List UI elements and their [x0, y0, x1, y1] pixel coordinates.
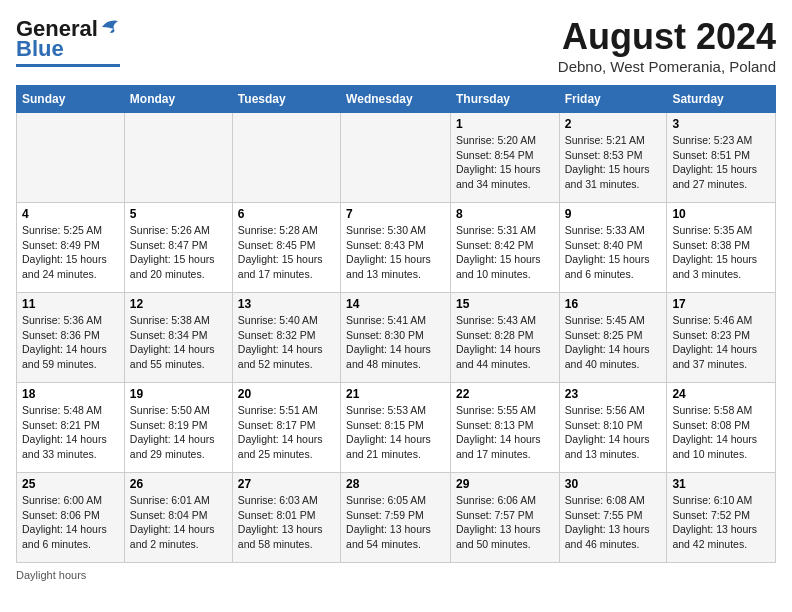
month-title: August 2024 [558, 16, 776, 58]
day-number: 24 [672, 387, 770, 401]
calendar-week-row: 1Sunrise: 5:20 AM Sunset: 8:54 PM Daylig… [17, 113, 776, 203]
day-number: 11 [22, 297, 119, 311]
day-number: 2 [565, 117, 662, 131]
day-info: Sunrise: 5:53 AM Sunset: 8:15 PM Dayligh… [346, 403, 445, 462]
logo-bird-icon [100, 19, 120, 35]
day-info: Sunrise: 5:20 AM Sunset: 8:54 PM Dayligh… [456, 133, 554, 192]
table-row: 12Sunrise: 5:38 AM Sunset: 8:34 PM Dayli… [124, 293, 232, 383]
day-number: 21 [346, 387, 445, 401]
calendar-week-row: 25Sunrise: 6:00 AM Sunset: 8:06 PM Dayli… [17, 473, 776, 563]
table-row: 23Sunrise: 5:56 AM Sunset: 8:10 PM Dayli… [559, 383, 667, 473]
day-info: Sunrise: 6:01 AM Sunset: 8:04 PM Dayligh… [130, 493, 227, 552]
day-info: Sunrise: 6:08 AM Sunset: 7:55 PM Dayligh… [565, 493, 662, 552]
table-row: 16Sunrise: 5:45 AM Sunset: 8:25 PM Dayli… [559, 293, 667, 383]
col-friday: Friday [559, 86, 667, 113]
day-number: 30 [565, 477, 662, 491]
day-info: Sunrise: 5:36 AM Sunset: 8:36 PM Dayligh… [22, 313, 119, 372]
table-row [232, 113, 340, 203]
day-number: 22 [456, 387, 554, 401]
logo-underline [16, 64, 120, 67]
table-row: 4Sunrise: 5:25 AM Sunset: 8:49 PM Daylig… [17, 203, 125, 293]
day-info: Sunrise: 5:48 AM Sunset: 8:21 PM Dayligh… [22, 403, 119, 462]
day-info: Sunrise: 5:50 AM Sunset: 8:19 PM Dayligh… [130, 403, 227, 462]
table-row: 11Sunrise: 5:36 AM Sunset: 8:36 PM Dayli… [17, 293, 125, 383]
calendar-header-row: Sunday Monday Tuesday Wednesday Thursday… [17, 86, 776, 113]
day-number: 3 [672, 117, 770, 131]
footer-note: Daylight hours [16, 569, 776, 581]
table-row: 9Sunrise: 5:33 AM Sunset: 8:40 PM Daylig… [559, 203, 667, 293]
daylight-hours-label: Daylight hours [16, 569, 86, 581]
table-row: 5Sunrise: 5:26 AM Sunset: 8:47 PM Daylig… [124, 203, 232, 293]
col-wednesday: Wednesday [341, 86, 451, 113]
table-row [341, 113, 451, 203]
table-row: 10Sunrise: 5:35 AM Sunset: 8:38 PM Dayli… [667, 203, 776, 293]
day-info: Sunrise: 6:06 AM Sunset: 7:57 PM Dayligh… [456, 493, 554, 552]
day-number: 13 [238, 297, 335, 311]
day-info: Sunrise: 5:38 AM Sunset: 8:34 PM Dayligh… [130, 313, 227, 372]
location-subtitle: Debno, West Pomerania, Poland [558, 58, 776, 75]
day-info: Sunrise: 5:28 AM Sunset: 8:45 PM Dayligh… [238, 223, 335, 282]
day-number: 14 [346, 297, 445, 311]
calendar-week-row: 11Sunrise: 5:36 AM Sunset: 8:36 PM Dayli… [17, 293, 776, 383]
table-row: 8Sunrise: 5:31 AM Sunset: 8:42 PM Daylig… [450, 203, 559, 293]
day-info: Sunrise: 6:03 AM Sunset: 8:01 PM Dayligh… [238, 493, 335, 552]
day-number: 26 [130, 477, 227, 491]
page-header: General Blue August 2024 Debno, West Pom… [16, 16, 776, 75]
day-info: Sunrise: 5:46 AM Sunset: 8:23 PM Dayligh… [672, 313, 770, 372]
table-row: 17Sunrise: 5:46 AM Sunset: 8:23 PM Dayli… [667, 293, 776, 383]
table-row: 22Sunrise: 5:55 AM Sunset: 8:13 PM Dayli… [450, 383, 559, 473]
day-info: Sunrise: 5:23 AM Sunset: 8:51 PM Dayligh… [672, 133, 770, 192]
day-info: Sunrise: 5:45 AM Sunset: 8:25 PM Dayligh… [565, 313, 662, 372]
day-info: Sunrise: 6:00 AM Sunset: 8:06 PM Dayligh… [22, 493, 119, 552]
table-row [17, 113, 125, 203]
day-number: 28 [346, 477, 445, 491]
table-row: 25Sunrise: 6:00 AM Sunset: 8:06 PM Dayli… [17, 473, 125, 563]
logo-blue-text: Blue [16, 36, 64, 62]
day-number: 5 [130, 207, 227, 221]
day-number: 9 [565, 207, 662, 221]
day-info: Sunrise: 5:56 AM Sunset: 8:10 PM Dayligh… [565, 403, 662, 462]
day-info: Sunrise: 5:21 AM Sunset: 8:53 PM Dayligh… [565, 133, 662, 192]
table-row: 27Sunrise: 6:03 AM Sunset: 8:01 PM Dayli… [232, 473, 340, 563]
title-block: August 2024 Debno, West Pomerania, Polan… [558, 16, 776, 75]
table-row: 2Sunrise: 5:21 AM Sunset: 8:53 PM Daylig… [559, 113, 667, 203]
day-info: Sunrise: 6:05 AM Sunset: 7:59 PM Dayligh… [346, 493, 445, 552]
table-row: 19Sunrise: 5:50 AM Sunset: 8:19 PM Dayli… [124, 383, 232, 473]
day-number: 20 [238, 387, 335, 401]
table-row: 21Sunrise: 5:53 AM Sunset: 8:15 PM Dayli… [341, 383, 451, 473]
day-info: Sunrise: 5:25 AM Sunset: 8:49 PM Dayligh… [22, 223, 119, 282]
table-row: 31Sunrise: 6:10 AM Sunset: 7:52 PM Dayli… [667, 473, 776, 563]
day-number: 29 [456, 477, 554, 491]
day-number: 23 [565, 387, 662, 401]
table-row: 29Sunrise: 6:06 AM Sunset: 7:57 PM Dayli… [450, 473, 559, 563]
day-number: 1 [456, 117, 554, 131]
day-info: Sunrise: 5:41 AM Sunset: 8:30 PM Dayligh… [346, 313, 445, 372]
day-number: 27 [238, 477, 335, 491]
day-info: Sunrise: 5:58 AM Sunset: 8:08 PM Dayligh… [672, 403, 770, 462]
day-number: 10 [672, 207, 770, 221]
table-row [124, 113, 232, 203]
day-info: Sunrise: 5:26 AM Sunset: 8:47 PM Dayligh… [130, 223, 227, 282]
table-row: 18Sunrise: 5:48 AM Sunset: 8:21 PM Dayli… [17, 383, 125, 473]
day-number: 25 [22, 477, 119, 491]
table-row: 20Sunrise: 5:51 AM Sunset: 8:17 PM Dayli… [232, 383, 340, 473]
day-number: 12 [130, 297, 227, 311]
day-number: 8 [456, 207, 554, 221]
calendar-week-row: 18Sunrise: 5:48 AM Sunset: 8:21 PM Dayli… [17, 383, 776, 473]
table-row: 7Sunrise: 5:30 AM Sunset: 8:43 PM Daylig… [341, 203, 451, 293]
table-row: 15Sunrise: 5:43 AM Sunset: 8:28 PM Dayli… [450, 293, 559, 383]
day-info: Sunrise: 5:43 AM Sunset: 8:28 PM Dayligh… [456, 313, 554, 372]
day-info: Sunrise: 5:40 AM Sunset: 8:32 PM Dayligh… [238, 313, 335, 372]
day-info: Sunrise: 5:30 AM Sunset: 8:43 PM Dayligh… [346, 223, 445, 282]
table-row: 13Sunrise: 5:40 AM Sunset: 8:32 PM Dayli… [232, 293, 340, 383]
day-number: 15 [456, 297, 554, 311]
day-number: 31 [672, 477, 770, 491]
col-thursday: Thursday [450, 86, 559, 113]
col-monday: Monday [124, 86, 232, 113]
day-number: 4 [22, 207, 119, 221]
logo: General Blue [16, 16, 120, 67]
table-row: 26Sunrise: 6:01 AM Sunset: 8:04 PM Dayli… [124, 473, 232, 563]
col-saturday: Saturday [667, 86, 776, 113]
day-info: Sunrise: 5:55 AM Sunset: 8:13 PM Dayligh… [456, 403, 554, 462]
day-info: Sunrise: 5:51 AM Sunset: 8:17 PM Dayligh… [238, 403, 335, 462]
